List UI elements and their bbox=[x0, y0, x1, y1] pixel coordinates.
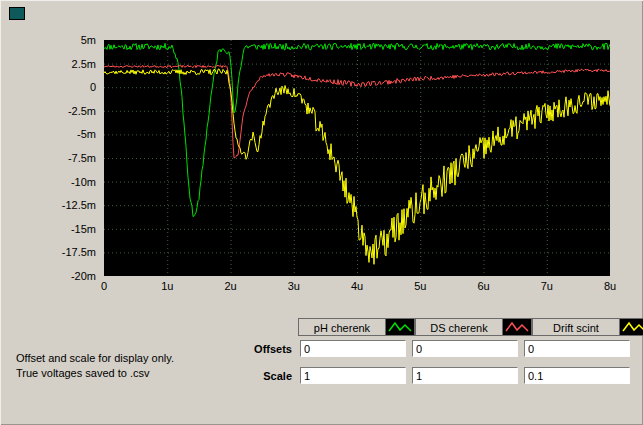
legend-item-drift-scint[interactable]: Drift scint bbox=[532, 318, 643, 336]
scale-input-1[interactable] bbox=[300, 367, 406, 384]
panel-decoration bbox=[9, 7, 25, 20]
legend-label: DS cherenk bbox=[415, 318, 502, 336]
legend-item-ds-cherenk[interactable]: DS cherenk bbox=[415, 318, 532, 336]
scale-input-2[interactable] bbox=[412, 367, 518, 384]
y-axis-labels: 5m2.5m0-2.5m-5m-7.5m-10m-12.5m-15m-17.5m… bbox=[0, 40, 99, 276]
offset-input-2[interactable] bbox=[412, 340, 518, 357]
display-note-line1: Offset and scale for display only. bbox=[16, 351, 174, 366]
waveform-graph-plot-area[interactable] bbox=[104, 40, 610, 276]
legend-item-ph-cherenk[interactable]: pH cherenk bbox=[298, 318, 415, 336]
plot-legend: pH cherenk DS cherenk Drift scint bbox=[298, 318, 643, 336]
offset-input-1[interactable] bbox=[300, 340, 406, 357]
legend-label: pH cherenk bbox=[298, 318, 385, 336]
display-note-line2: True voltages saved to .csv bbox=[16, 366, 174, 381]
waveform-traces bbox=[104, 40, 610, 276]
plot-sample-icon[interactable] bbox=[502, 318, 532, 336]
legend-label: Drift scint bbox=[532, 318, 619, 336]
display-note: Offset and scale for display only. True … bbox=[16, 351, 174, 381]
scale-input-3[interactable] bbox=[524, 367, 630, 384]
plot-sample-icon[interactable] bbox=[619, 318, 643, 336]
x-axis-labels: 01u2u3u4u5u6u7u8u bbox=[104, 280, 610, 294]
offset-input-3[interactable] bbox=[524, 340, 630, 357]
labview-front-panel: 5m2.5m0-2.5m-5m-7.5m-10m-12.5m-15m-17.5m… bbox=[0, 0, 643, 425]
plot-sample-icon[interactable] bbox=[385, 318, 415, 336]
